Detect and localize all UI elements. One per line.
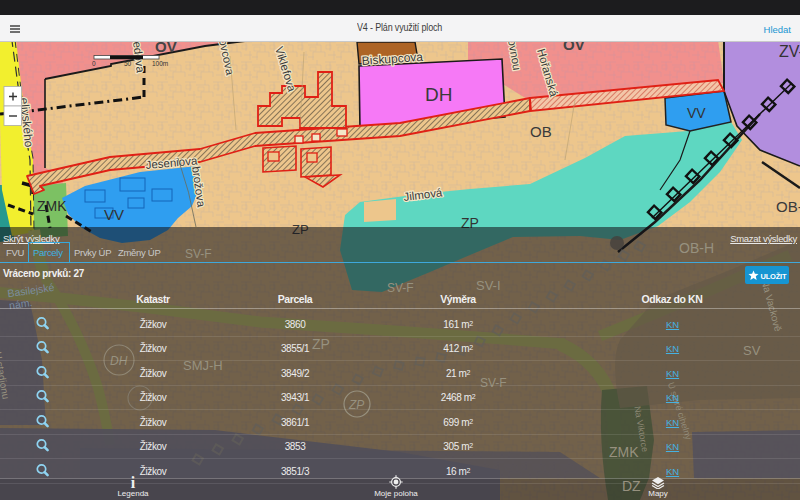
svg-text:0: 0 [92, 60, 96, 67]
svg-text:VV: VV [104, 206, 124, 223]
svg-text:ZMK: ZMK [37, 198, 67, 214]
svg-text:OB: OB [530, 123, 552, 140]
svg-text:DH: DH [425, 84, 452, 105]
svg-text:ZV-: ZV- [779, 43, 800, 60]
svg-text:OV: OV [155, 40, 177, 55]
svg-text:100m: 100m [152, 60, 168, 67]
svg-text:OB-: OB- [776, 198, 800, 215]
svg-text:VV: VV [687, 105, 706, 121]
svg-text:50: 50 [124, 60, 132, 67]
